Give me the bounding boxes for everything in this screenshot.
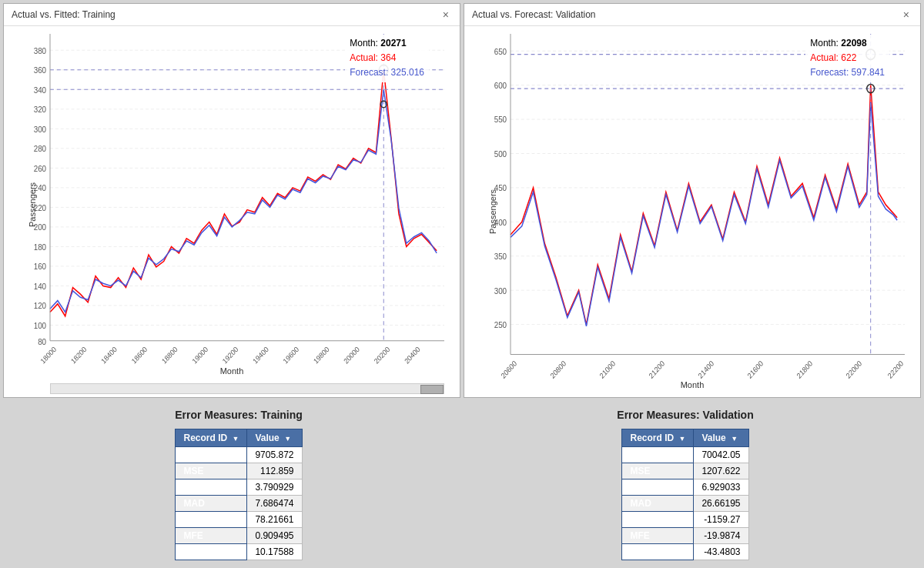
row-id: MSE: [176, 463, 247, 479]
right-tooltip-actual: Actual: 622: [810, 52, 856, 63]
svg-text:380: 380: [34, 46, 47, 55]
svg-text:21400: 21400: [696, 359, 715, 380]
table-row: MSE1207.622: [622, 463, 748, 479]
svg-text:300: 300: [494, 286, 507, 296]
table-row: MFE0.909495: [176, 528, 302, 544]
left-x-axis-label: Month: [220, 366, 244, 376]
table-row: MAPE6.929033: [622, 479, 748, 496]
left-scrollbar-thumb[interactable]: [420, 385, 444, 394]
val-col2-sort-icon: ▼: [731, 435, 738, 443]
svg-text:21800: 21800: [795, 359, 814, 380]
svg-text:20600: 20600: [499, 359, 518, 380]
row-value: 9705.872: [247, 447, 302, 463]
row-id: MAPE: [622, 479, 694, 496]
row-value: -19.9874: [694, 528, 748, 544]
row-value: 0.909495: [247, 528, 302, 544]
svg-text:20400: 20400: [403, 346, 421, 366]
table-row: CFE78.21661: [176, 512, 302, 528]
error-training-col1-header[interactable]: Record ID ▼: [176, 429, 247, 447]
svg-text:21600: 21600: [745, 359, 765, 380]
left-scrollbar[interactable]: [50, 383, 444, 394]
table-row: MAD7.686474: [176, 496, 302, 512]
svg-text:18200: 18200: [69, 346, 88, 366]
row-id: SSE: [176, 447, 247, 463]
svg-text:550: 550: [494, 115, 507, 125]
error-training-title: Error Measures: Training: [175, 409, 303, 421]
left-tooltip-actual: Actual: 364: [350, 52, 396, 63]
left-tooltip-month-label: Month: 20271: [350, 38, 406, 48]
row-id: MSE: [622, 463, 694, 479]
left-y-axis-label: Passengers: [28, 182, 37, 227]
svg-text:280: 280: [34, 145, 47, 153]
row-id: MAD: [622, 496, 694, 512]
svg-text:19000: 19000: [191, 346, 209, 366]
right-x-axis-label: Month: [681, 380, 705, 389]
svg-text:22000: 22000: [844, 359, 863, 380]
row-value: 10.17588: [247, 544, 302, 560]
row-value: 78.21661: [247, 512, 302, 528]
right-chart-titlebar: Actual vs. Forecast: Validation ×: [464, 4, 920, 26]
svg-text:120: 120: [34, 302, 47, 310]
right-chart-panel: Actual vs. Forecast: Validation × Month:…: [464, 3, 921, 398]
svg-text:160: 160: [34, 262, 47, 271]
left-chart-titlebar: Actual vs. Fitted: Training ×: [4, 4, 460, 26]
charts-row: Actual vs. Fitted: Training × Month: 202…: [0, 0, 924, 401]
svg-text:260: 260: [34, 164, 47, 172]
val-col1-sort-icon: ▼: [679, 435, 686, 443]
svg-text:320: 320: [34, 105, 47, 114]
row-id: MAPE: [176, 479, 247, 496]
svg-text:19200: 19200: [221, 346, 239, 366]
bottom-section: Error Measures: Training Record ID ▼ Val…: [0, 401, 924, 568]
table-row: MFE-19.9874: [622, 528, 748, 544]
table-row: SSE70042.05: [622, 447, 748, 463]
svg-text:18000: 18000: [39, 346, 58, 366]
row-value: 70042.05: [694, 447, 748, 463]
table-row: TSE10.17588: [176, 544, 302, 560]
svg-text:180: 180: [34, 242, 47, 251]
right-chart-tooltip: Month: 22098 Actual: 622 Forecast: 597.8…: [805, 35, 889, 82]
error-validation-table: Record ID ▼ Value ▼ SSE70042.05MSE1207.6…: [621, 429, 748, 560]
svg-text:650: 650: [494, 47, 507, 56]
svg-text:340: 340: [34, 85, 47, 94]
row-id: MFE: [622, 528, 694, 544]
right-tooltip-month-label: Month: 22098: [810, 38, 866, 48]
svg-text:100: 100: [34, 321, 47, 329]
error-validation-col2-header[interactable]: Value ▼: [694, 429, 748, 447]
row-id: TSE: [176, 544, 247, 560]
svg-text:140: 140: [34, 282, 47, 290]
svg-text:500: 500: [494, 149, 507, 159]
table-row: MAD26.66195: [622, 496, 748, 512]
svg-text:20800: 20800: [548, 359, 567, 380]
table-row: SSE9705.872: [176, 447, 302, 463]
col1-sort-icon: ▼: [233, 435, 239, 443]
main-container: Actual vs. Fitted: Training × Month: 202…: [0, 0, 924, 568]
svg-text:300: 300: [34, 125, 47, 133]
row-id: CFE: [176, 512, 247, 528]
error-validation-section: Error Measures: Validation Record ID ▼ V…: [462, 409, 909, 560]
error-training-table: Record ID ▼ Value ▼ SSE9705.872MSE112.85…: [175, 429, 302, 560]
error-training-col2-header[interactable]: Value ▼: [247, 429, 302, 447]
svg-text:350: 350: [494, 252, 507, 262]
table-row: MSE112.859: [176, 463, 302, 479]
right-chart-close-button[interactable]: ×: [900, 8, 912, 21]
row-value: 7.686474: [247, 496, 302, 512]
row-id: SSE: [622, 447, 694, 463]
left-chart-title: Actual vs. Fitted: Training: [12, 9, 116, 20]
svg-text:19800: 19800: [312, 346, 330, 366]
row-value: -43.4803: [694, 544, 748, 560]
row-id: CFE: [622, 512, 694, 528]
left-chart-close-button[interactable]: ×: [440, 8, 452, 21]
svg-text:22200: 22200: [886, 359, 905, 380]
svg-text:21200: 21200: [647, 359, 666, 380]
row-value: 1207.622: [694, 463, 748, 479]
right-chart-title: Actual vs. Forecast: Validation: [472, 9, 596, 20]
right-chart-svg: 650 600 550 500 450 400 350 300 250 2060…: [511, 34, 905, 359]
svg-text:21000: 21000: [598, 359, 617, 380]
table-row: TSE-43.4803: [622, 544, 748, 560]
row-value: -1159.27: [694, 512, 748, 528]
row-id: MFE: [176, 528, 247, 544]
svg-text:18800: 18800: [160, 346, 179, 366]
left-chart-tooltip: Month: 20271 Actual: 364 Forecast: 325.0…: [345, 35, 429, 82]
error-validation-col1-header[interactable]: Record ID ▼: [622, 429, 694, 447]
svg-text:80: 80: [38, 338, 46, 346]
